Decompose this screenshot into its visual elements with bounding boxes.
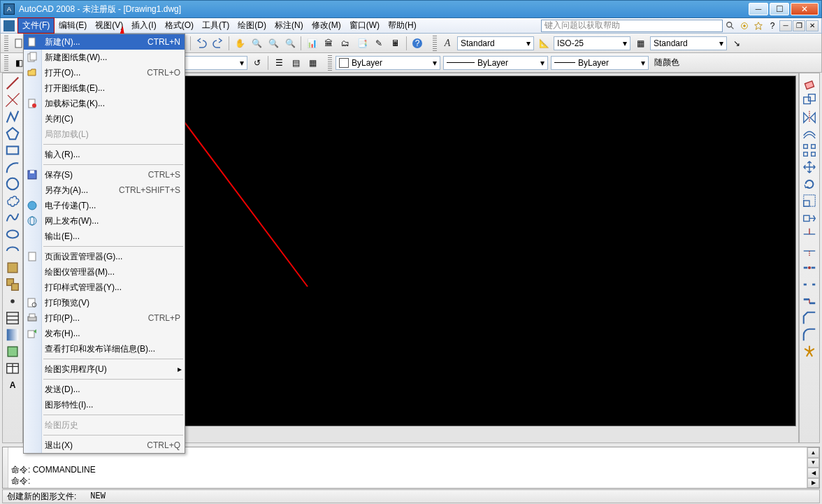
rotate-icon[interactable] — [802, 176, 817, 192]
menu-item-close[interactable]: 关闭(C) — [24, 111, 185, 127]
insert-block-icon[interactable] — [5, 260, 20, 275]
menu-help[interactable]: 帮助(H) — [384, 18, 421, 33]
close-button[interactable]: ✕ — [791, 3, 819, 15]
multileader-style-icon[interactable]: ↘ — [729, 36, 744, 51]
menu-item-save[interactable]: 保存(S) CTRL+S — [24, 167, 185, 182]
menu-item-web-publish[interactable]: 网上发布(W)... — [24, 213, 185, 229]
gradient-icon[interactable] — [5, 327, 20, 343]
menu-item-drawing-props[interactable]: 图形特性(I)... — [24, 397, 185, 412]
layer-previous-icon[interactable]: ↺ — [250, 55, 265, 71]
menu-item-plot-style-mgr[interactable]: 打印样式管理器(Y)... — [24, 280, 185, 295]
help-icon[interactable]: ? — [766, 20, 779, 32]
help-search-input[interactable]: 键入问题以获取帮助 — [541, 20, 723, 32]
ellipse-icon[interactable] — [5, 226, 20, 242]
help-button-icon[interactable]: ? — [410, 36, 425, 51]
menu-edit[interactable]: 编辑(E) — [55, 18, 91, 33]
scroll-left-icon[interactable]: ◀ — [807, 468, 819, 478]
menu-draw[interactable]: 绘图(D) — [233, 18, 271, 33]
mtext-icon[interactable]: A — [5, 377, 20, 393]
menu-insert[interactable]: 插入(I) — [127, 18, 160, 33]
doc-restore-button[interactable]: ❐ — [793, 20, 805, 31]
search-icon[interactable] — [724, 20, 737, 32]
doc-minimize-button[interactable]: ─ — [779, 20, 792, 31]
command-scrollbar[interactable]: ▲ ▼ ◀ ▶ — [807, 447, 819, 488]
region-icon[interactable] — [5, 344, 20, 359]
circle-icon[interactable] — [5, 176, 20, 192]
toolbar-grip[interactable] — [328, 55, 332, 71]
offset-icon[interactable] — [802, 126, 817, 141]
pan-icon[interactable]: ✋ — [232, 36, 247, 51]
line-icon[interactable] — [5, 75, 20, 91]
linetype-combo[interactable]: ByLayer▾ — [443, 56, 548, 70]
dim-style-combo[interactable]: ISO-25▾ — [554, 36, 630, 50]
menu-file[interactable]: 文件(F) — [17, 17, 55, 34]
join-icon[interactable] — [802, 294, 817, 309]
doc-icon[interactable] — [3, 20, 15, 31]
menu-item-plot[interactable]: 打印(P)... CTRL+P — [24, 310, 185, 326]
comm-center-icon[interactable] — [738, 20, 751, 32]
rectangle-icon[interactable] — [5, 143, 20, 158]
arc-icon[interactable] — [5, 159, 20, 175]
trim-icon[interactable] — [802, 226, 817, 242]
redo-icon[interactable] — [210, 36, 226, 51]
menu-item-load-markup[interactable]: 加载标记集(K)... — [24, 96, 185, 111]
toolbar-grip[interactable] — [433, 36, 437, 51]
menu-item-open-sheetset[interactable]: 打开图纸集(E)... — [24, 80, 185, 96]
break-icon[interactable] — [802, 277, 817, 292]
doc-close-button[interactable]: ✕ — [806, 20, 819, 31]
favorites-icon[interactable] — [752, 20, 765, 32]
menu-item-plotter-mgr[interactable]: 绘图仪管理器(M)... — [24, 264, 185, 280]
chamfer-icon[interactable] — [802, 310, 817, 326]
zoom-previous-icon[interactable]: 🔍 — [282, 36, 298, 51]
stretch-icon[interactable] — [802, 210, 817, 225]
menu-item-open[interactable]: 打开(O)... CTRL+O — [24, 65, 185, 80]
tool-palettes-icon[interactable]: 🗂 — [338, 36, 353, 51]
menu-modify[interactable]: 修改(M) — [308, 18, 345, 33]
properties-icon[interactable]: 📊 — [304, 36, 319, 51]
menu-item-publish[interactable]: 发布(H)... — [24, 326, 185, 341]
menu-item-send[interactable]: 发送(D)... — [24, 382, 185, 397]
menu-item-plot-publish-details[interactable]: 查看打印和发布详细信息(B)... — [24, 341, 185, 357]
menu-item-drawing-utils[interactable]: 绘图实用程序(U) ▸ — [24, 361, 185, 377]
menu-item-import[interactable]: 输入(R)... — [24, 147, 185, 162]
mirror-icon[interactable] — [802, 109, 817, 124]
revision-cloud-icon[interactable] — [5, 193, 20, 208]
menu-item-new-sheetset[interactable]: 新建图纸集(W)... — [24, 50, 185, 65]
minimize-button[interactable]: ─ — [749, 3, 768, 15]
make-block-icon[interactable] — [5, 277, 20, 292]
text-style-combo[interactable]: Standard▾ — [457, 36, 534, 50]
table-style-combo[interactable]: Standard▾ — [650, 36, 727, 50]
polyline-icon[interactable] — [5, 109, 20, 124]
erase-icon[interactable] — [802, 75, 817, 91]
ellipse-arc-icon[interactable] — [5, 243, 20, 259]
table-icon[interactable] — [5, 361, 20, 376]
undo-icon[interactable] — [194, 36, 209, 51]
break-at-point-icon[interactable] — [802, 260, 817, 275]
toolbar-grip[interactable] — [4, 36, 8, 51]
menu-item-exit[interactable]: 退出(X) CTRL+Q — [24, 438, 185, 453]
layer-tools-icon[interactable]: ▦ — [305, 55, 320, 71]
menu-view[interactable]: 视图(V) — [91, 18, 127, 33]
array-icon[interactable] — [802, 143, 817, 158]
menu-item-saveas[interactable]: 另存为(A)... CTRL+SHIFT+S — [24, 182, 185, 198]
markup-icon[interactable]: ✎ — [371, 36, 387, 51]
scale-icon[interactable] — [802, 193, 817, 208]
spline-icon[interactable] — [5, 210, 20, 225]
move-icon[interactable] — [802, 159, 817, 175]
menu-item-new[interactable]: 新建(N)... CTRL+N — [24, 34, 185, 50]
extend-icon[interactable] — [802, 243, 817, 259]
layer-states-icon[interactable]: ☰ — [271, 55, 287, 71]
plot-style-combo[interactable]: 随颜色 — [651, 56, 693, 70]
polygon-icon[interactable] — [5, 126, 20, 141]
design-center-icon[interactable]: 🏛 — [321, 36, 336, 51]
color-combo[interactable]: ByLayer▾ — [336, 56, 440, 70]
construction-line-icon[interactable] — [5, 92, 20, 108]
menu-tools[interactable]: 工具(T) — [198, 18, 233, 33]
menu-item-plot-preview[interactable]: 打印预览(V) — [24, 295, 185, 310]
text-style-icon[interactable]: A — [440, 36, 455, 51]
dim-style-icon[interactable]: 📐 — [536, 36, 551, 51]
point-icon[interactable] — [5, 294, 20, 309]
explode-icon[interactable] — [802, 344, 817, 359]
scroll-down-icon[interactable]: ▼ — [807, 458, 819, 468]
maximize-button[interactable]: ☐ — [770, 3, 789, 15]
